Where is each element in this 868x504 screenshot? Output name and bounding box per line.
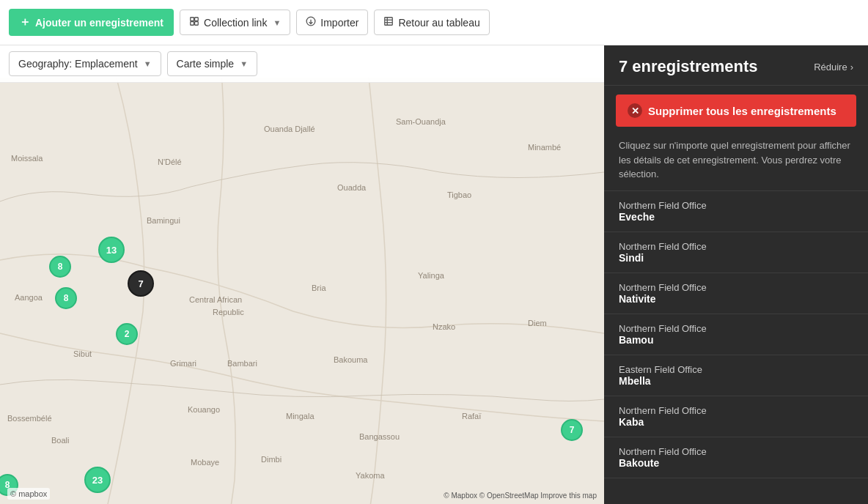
record-location: Bakoute — [619, 457, 853, 469]
chevron-right-icon: › — [850, 62, 853, 73]
svg-text:Bamingui: Bamingui — [147, 216, 180, 225]
record-item[interactable]: Northern Field Office Bakoute — [604, 437, 868, 478]
svg-text:Ouadda: Ouadda — [337, 183, 367, 192]
map-type-button[interactable]: Carte simple ▼ — [167, 51, 257, 76]
svg-text:Ouanda Djallé: Ouanda Djallé — [264, 125, 315, 133]
record-list: Northern Field Office Eveche Northern Fi… — [604, 191, 868, 505]
record-location: Bamou — [619, 334, 853, 346]
svg-text:Minambé: Minambé — [528, 143, 561, 152]
svg-text:Kouango: Kouango — [188, 405, 220, 414]
record-location: Nativite — [619, 293, 853, 305]
svg-text:Dimbi: Dimbi — [261, 455, 282, 464]
map-marker-4[interactable]: 2 — [116, 323, 138, 345]
svg-rect-1 — [195, 18, 199, 21]
svg-text:Grimari: Grimari — [170, 359, 196, 368]
map-marker-2[interactable]: 7 — [128, 270, 154, 297]
map-marker-7[interactable]: 7 — [561, 419, 583, 441]
sidebar-header: 7 enregistrements Réduire › — [604, 45, 868, 86]
import-icon — [306, 16, 316, 29]
record-item[interactable]: Northern Field Office Nativite — [604, 273, 868, 314]
record-item[interactable]: Eastern Field Office Mbella — [604, 355, 868, 396]
svg-text:Moissala: Moissala — [11, 154, 43, 163]
svg-text:Sam-Ouandja: Sam-Ouandja — [396, 117, 446, 126]
svg-text:Rafaï: Rafaï — [462, 412, 482, 420]
delete-all-button[interactable]: ✕ Supprimer tous les enregistrements — [616, 94, 856, 127]
record-count-title: 7 enregistrements — [619, 57, 758, 76]
return-to-table-button[interactable]: Retour au tableau — [374, 10, 489, 35]
svg-text:Mingala: Mingala — [286, 412, 315, 420]
record-item[interactable]: Northern Field Office Bamou — [604, 314, 868, 355]
record-office: Northern Field Office — [619, 241, 853, 252]
table-icon — [383, 16, 394, 29]
delete-x-icon: ✕ — [628, 103, 642, 118]
record-item[interactable]: Northern Field Office Eveche — [604, 191, 868, 232]
map-subbar: Geography: Emplacement ▼ Carte simple ▼ — [0, 45, 604, 83]
map-canvas[interactable]: Moissala Ouanda Djallé Sam-Ouandja Minam… — [0, 78, 604, 504]
map-marker-1[interactable]: 8 — [49, 256, 71, 278]
svg-text:Republic: Republic — [213, 308, 244, 316]
main-area: Geography: Emplacement ▼ Carte simple ▼ — [0, 45, 868, 504]
svg-text:Tigbao: Tigbao — [447, 190, 471, 199]
svg-text:Nzako: Nzako — [433, 322, 455, 331]
import-button[interactable]: Importer — [296, 10, 368, 35]
svg-rect-9 — [0, 78, 604, 504]
svg-rect-2 — [191, 22, 194, 26]
record-item[interactable]: Northern Field Office Kaba — [604, 396, 868, 437]
record-office: Northern Field Office — [619, 282, 853, 293]
svg-text:Mobaye: Mobaye — [191, 458, 219, 467]
sidebar: 7 enregistrements Réduire › ✕ Supprimer … — [604, 45, 868, 504]
svg-text:Central African: Central African — [189, 295, 242, 304]
svg-text:Bangassou: Bangassou — [359, 432, 400, 441]
collection-link-button[interactable]: Collection link ▼ — [180, 10, 290, 35]
svg-rect-3 — [195, 22, 199, 26]
record-location: Kaba — [619, 416, 853, 428]
map-type-chevron-icon: ▼ — [240, 59, 248, 68]
link-icon — [189, 16, 199, 29]
reduce-button[interactable]: Réduire › — [814, 62, 853, 73]
svg-text:Boali: Boali — [51, 436, 69, 445]
map-marker-5[interactable]: 23 — [84, 467, 111, 493]
svg-text:Diem: Diem — [528, 319, 547, 327]
record-location: Mbella — [619, 375, 853, 387]
record-location: Eveche — [619, 211, 853, 223]
svg-text:Sibut: Sibut — [73, 349, 92, 358]
record-office: Northern Field Office — [619, 323, 853, 334]
sidebar-hint: Cliquez sur n'importe quel enregistremen… — [604, 136, 868, 191]
toolbar: ＋ Ajouter un enregistrement Collection l… — [0, 0, 868, 45]
map-svg: Moissala Ouanda Djallé Sam-Ouandja Minam… — [0, 78, 604, 504]
record-office: Eastern Field Office — [619, 364, 853, 375]
svg-rect-5 — [385, 18, 393, 26]
add-record-button[interactable]: ＋ Ajouter un enregistrement — [9, 9, 174, 36]
record-office: Northern Field Office — [619, 446, 853, 457]
svg-text:Yakoma: Yakoma — [356, 471, 385, 480]
record-office: Northern Field Office — [619, 200, 853, 211]
svg-text:Bakouma: Bakouma — [334, 355, 368, 364]
svg-text:Bria: Bria — [312, 284, 326, 292]
svg-text:Yalinga: Yalinga — [418, 271, 445, 280]
record-location: Sindi — [619, 252, 853, 264]
map-marker-0[interactable]: 13 — [98, 237, 125, 263]
svg-text:Bambari: Bambari — [227, 359, 257, 368]
svg-rect-0 — [191, 18, 194, 21]
geography-filter-button[interactable]: Geography: Emplacement ▼ — [9, 51, 161, 76]
map-marker-3[interactable]: 8 — [55, 287, 77, 309]
geography-chevron-icon: ▼ — [144, 59, 152, 68]
svg-text:Bossembélé: Bossembélé — [7, 414, 52, 423]
map-attribution-right: © Mapbox © OpenStreetMap Improve this ma… — [444, 492, 597, 500]
svg-text:N'Délé: N'Délé — [158, 158, 182, 166]
plus-icon: ＋ — [19, 15, 31, 30]
record-item[interactable]: Northern Field Office Sindi — [604, 232, 868, 273]
record-office: Northern Field Office — [619, 405, 853, 416]
map-background: Moissala Ouanda Djallé Sam-Ouandja Minam… — [0, 78, 604, 504]
map-area: Geography: Emplacement ▼ Carte simple ▼ — [0, 45, 604, 504]
svg-text:Aangoa: Aangoa — [15, 293, 43, 302]
map-attribution-left: © mapbox — [7, 488, 50, 500]
chevron-down-icon: ▼ — [273, 18, 281, 27]
